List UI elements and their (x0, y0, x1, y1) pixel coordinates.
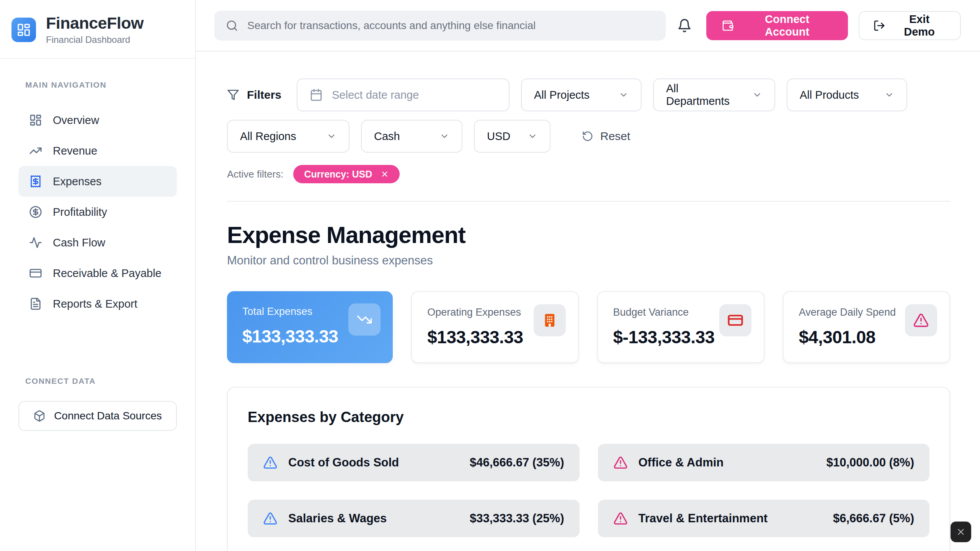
products-select[interactable]: All Products (787, 78, 907, 111)
category-row-cost-of-goods-sold[interactable]: Cost of Goods Sold $46,666.67 (35%) (248, 444, 580, 481)
category-value: $10,000.00 (8%) (826, 456, 914, 469)
category-name: Cost of Goods Sold (288, 456, 399, 469)
close-icon (956, 527, 966, 537)
trending-up-icon (29, 144, 42, 157)
categories-title: Expenses by Category (248, 409, 929, 425)
logout-icon (873, 20, 885, 32)
departments-select[interactable]: All Departments (653, 78, 775, 111)
sidebar-item-overview[interactable]: Overview (18, 105, 177, 135)
brand-header: FinanceFlow Financial Dashboard (0, 0, 195, 59)
close-icon (381, 170, 389, 178)
sidebar-item-label: Expenses (53, 175, 101, 188)
section-divider (227, 201, 950, 202)
wallet-icon (722, 20, 734, 32)
app-window: FinanceFlow Financial Dashboard MAIN NAV… (0, 0, 980, 551)
stat-icon-badge (534, 304, 566, 336)
category-name: Salaries & Wages (288, 512, 387, 525)
sidebar: FinanceFlow Financial Dashboard MAIN NAV… (0, 0, 196, 551)
chevron-down-icon (619, 90, 629, 100)
box-icon (33, 410, 46, 422)
alert-triangle-icon (913, 312, 929, 328)
category-row-salaries-wages[interactable]: Salaries & Wages $33,333.33 (25%) (248, 500, 580, 537)
stat-card-budget-variance: Budget Variance $-133,333.33 (597, 291, 764, 363)
sidebar-item-reports-export[interactable]: Reports & Export (18, 289, 177, 319)
category-row-travel-entertainment[interactable]: Travel & Entertainment $6,666.67 (5%) (598, 500, 930, 537)
stat-icon-badge (348, 303, 381, 336)
chevron-down-icon (752, 90, 762, 100)
date-range-placeholder: Select date range (332, 89, 419, 101)
currency-filter-chip[interactable]: Currency: USD (293, 165, 400, 183)
chevron-down-icon (528, 131, 537, 141)
credit-card-icon (29, 267, 42, 280)
sidebar-item-label: Revenue (53, 145, 97, 157)
connect-data-section: CONNECT DATA Connect Data Sources (0, 377, 195, 431)
category-value: $46,666.67 (35%) (470, 456, 564, 469)
receipt-icon (29, 175, 42, 188)
notifications-button[interactable] (677, 18, 692, 33)
currency-select[interactable]: USD (474, 120, 550, 153)
search-input[interactable] (247, 20, 654, 32)
regions-select[interactable]: All Regions (227, 120, 350, 153)
nav-section-title: MAIN NAVIGATION (25, 80, 177, 90)
dashboard-icon (29, 114, 42, 127)
search-icon (226, 20, 238, 32)
search-bar[interactable] (214, 11, 666, 41)
categories-grid: Cost of Goods Sold $46,666.67 (35%) Offi… (248, 444, 929, 551)
alert-triangle-icon (613, 511, 628, 526)
top-header: Connect Account Exit Demo (196, 0, 980, 52)
stat-icon-badge (719, 304, 751, 336)
brand-tagline: Financial Dashboard (46, 34, 144, 45)
sidebar-item-label: Overview (53, 114, 99, 127)
category-value: $33,333.33 (25%) (470, 512, 564, 525)
sidebar-item-label: Cash Flow (53, 236, 105, 249)
main-area: Connect Account Exit Demo Filters Select… (196, 0, 980, 551)
category-row-office-admin[interactable]: Office & Admin $10,000.00 (8%) (598, 444, 930, 481)
connect-data-sources-button[interactable]: Connect Data Sources (18, 401, 177, 431)
bell-icon (677, 18, 692, 33)
alert-triangle-icon (263, 511, 278, 526)
exit-demo-button[interactable]: Exit Demo (859, 11, 961, 40)
page-title: Expense Management (227, 222, 950, 248)
sidebar-item-profitability[interactable]: Profitability (18, 197, 177, 227)
date-range-input[interactable]: Select date range (297, 78, 510, 111)
dashboard-logo-icon (16, 23, 31, 37)
chevron-down-icon (884, 90, 894, 100)
stat-card-average-daily-spend: Average Daily Spend $4,301.08 (783, 291, 950, 363)
sidebar-item-cash-flow[interactable]: Cash Flow (18, 227, 177, 258)
chevron-down-icon (439, 131, 449, 141)
page-content: Filters Select date range All Projects A… (196, 52, 980, 551)
file-text-icon (29, 297, 42, 310)
filters-row-2: All Regions Cash USD Reset (227, 120, 950, 153)
sidebar-item-label: Reports & Export (53, 298, 137, 310)
connect-section-title: CONNECT DATA (25, 377, 177, 386)
reset-filters-button[interactable]: Reset (582, 130, 630, 143)
account-type-select[interactable]: Cash (361, 120, 462, 153)
category-name: Office & Admin (639, 456, 724, 469)
stat-cards-row: Total Expenses $133,333.33 Operating Exp… (227, 291, 950, 363)
filters-row-1: Filters Select date range All Projects A… (227, 78, 950, 111)
projects-select[interactable]: All Projects (521, 78, 642, 111)
sidebar-item-label: Receivable & Payable (53, 267, 162, 280)
brand-name: FinanceFlow (46, 15, 144, 32)
calendar-icon (310, 88, 323, 101)
active-filters-row: Active filters: Currency: USD (227, 165, 950, 183)
activity-icon (29, 236, 42, 249)
trending-down-icon (356, 311, 372, 328)
active-filters-label: Active filters: (227, 168, 283, 180)
stat-icon-badge (905, 304, 937, 336)
stat-card-operating-expenses: Operating Expenses $133,333.33 (411, 291, 578, 363)
page-subtitle: Monitor and control business expenses (227, 254, 950, 267)
sidebar-item-receivable-payable[interactable]: Receivable & Payable (18, 258, 177, 289)
circle-dollar-icon (29, 205, 42, 218)
rotate-ccw-icon (582, 130, 593, 142)
sidebar-item-expenses[interactable]: Expenses (18, 166, 177, 197)
connect-account-button[interactable]: Connect Account (706, 11, 848, 40)
sidebar-item-revenue[interactable]: Revenue (18, 135, 177, 166)
category-name: Travel & Entertainment (639, 512, 768, 525)
sidebar-item-label: Profitability (53, 206, 107, 218)
credit-card-icon (727, 312, 743, 328)
building-icon (542, 312, 558, 328)
app-logo (11, 18, 36, 42)
close-overlay-button[interactable] (951, 522, 971, 542)
category-value: $6,666.67 (5%) (833, 512, 914, 525)
